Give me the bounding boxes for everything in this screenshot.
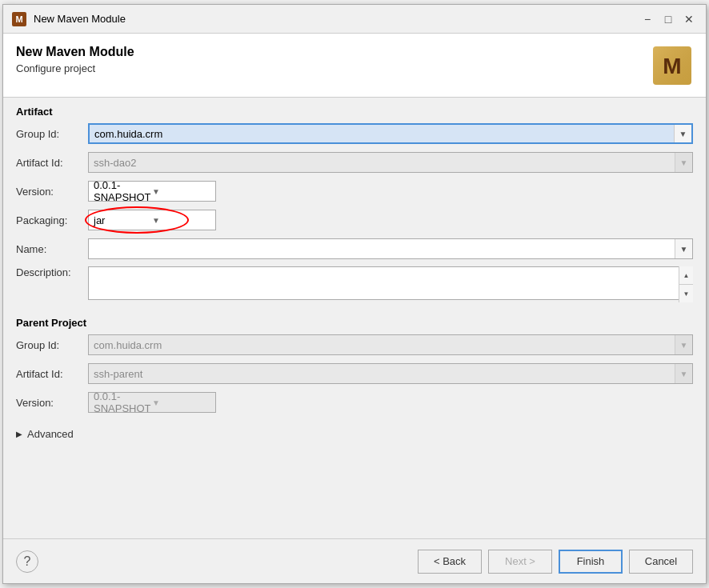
version-row: Version: 0.0.1-SNAPSHOT ▼ [16,180,693,202]
parent-group-id-input [89,335,675,354]
name-row: Name: ▼ [16,238,693,260]
advanced-toggle-icon: ▶ [16,430,22,438]
advanced-row[interactable]: ▶ Advanced [3,420,706,448]
main-content: Artifact Group Id: ▼ Artifact Id: [3,98,706,538]
artifact-id-label: Artifact Id: [16,157,88,169]
advanced-label: Advanced [27,428,74,440]
artifact-id-row: Artifact Id: ▼ [16,151,693,174]
maven-title-icon: M [11,11,27,27]
description-label: Description: [16,266,88,278]
next-button[interactable]: Next > [488,550,552,574]
packaging-wrapper: jar ▼ [88,210,693,230]
close-button[interactable]: ✕ [680,10,698,28]
packaging-dropdown-arrow[interactable]: ▼ [152,216,210,225]
maven-header-icon: M [651,45,693,86]
name-label: Name: [16,243,88,255]
packaging-control: jar ▼ [88,210,693,230]
artifact-id-control: ▼ [88,152,693,173]
minimize-button[interactable]: − [639,10,656,28]
packaging-row: Packaging: jar ▼ [16,209,693,231]
name-dropdown-arrow[interactable]: ▼ [675,239,692,258]
back-button[interactable]: < Back [418,550,482,574]
parent-group-id-arrow: ▼ [675,335,692,354]
finish-button[interactable]: Finish [559,550,623,574]
description-scroll-down[interactable]: ▼ [679,285,693,302]
group-id-label: Group Id: [16,128,88,140]
group-id-dropdown-arrow[interactable]: ▼ [674,125,691,142]
parent-group-id-control: ▼ [88,334,693,355]
group-id-control: ▼ [88,123,693,144]
parent-version-value: 0.0.1-SNAPSHOT [94,390,152,414]
maximize-button[interactable]: □ [659,10,677,28]
packaging-label: Packaging: [16,214,88,226]
description-control: ▲ ▼ [88,266,693,302]
parent-artifact-id-field: ▼ [88,363,693,384]
version-value: 0.0.1-SNAPSHOT [94,179,152,203]
help-button[interactable]: ? [16,550,38,573]
parent-group-id-label: Group Id: [16,339,88,351]
title-bar-controls: − □ ✕ [639,10,698,28]
description-scrollbar: ▲ ▼ [679,266,693,302]
parent-project-form: Group Id: ▼ Artifact Id: ▼ [3,334,706,414]
dialog-window: M New Maven Module − □ ✕ New Maven Modul… [2,4,707,584]
packaging-value: jar [94,214,152,226]
parent-version-label: Version: [16,397,88,409]
packaging-select[interactable]: jar ▼ [88,210,216,230]
artifact-id-dropdown-arrow: ▼ [675,153,692,172]
version-select[interactable]: 0.0.1-SNAPSHOT ▼ [88,181,216,202]
description-row: Description: ▲ ▼ [16,266,693,302]
name-control: ▼ [88,238,693,259]
artifact-id-input [89,153,675,172]
parent-group-id-field: ▼ [88,334,693,355]
parent-version-control: 0.0.1-SNAPSHOT ▼ [88,392,693,413]
parent-artifact-id-row: Artifact Id: ▼ [16,362,693,385]
parent-version-arrow: ▼ [152,398,210,407]
parent-version-select: 0.0.1-SNAPSHOT ▼ [88,392,216,413]
parent-artifact-id-arrow: ▼ [675,364,692,383]
dialog-title: New Maven Module [16,45,134,59]
version-label: Version: [16,186,88,198]
dialog-subtitle: Configure project [16,62,134,74]
cancel-button[interactable]: Cancel [629,550,693,574]
parent-artifact-id-control: ▼ [88,363,693,384]
title-bar-left: M New Maven Module [11,11,126,27]
name-input[interactable] [89,239,675,258]
description-textarea[interactable] [88,266,693,300]
parent-artifact-id-input [89,364,675,383]
artifact-id-field: ▼ [88,152,693,173]
artifact-section-header: Artifact [3,98,706,122]
artifact-form: Group Id: ▼ Artifact Id: ▼ [3,122,706,302]
title-bar-text: New Maven Module [34,13,126,25]
parent-project-section-header: Parent Project [3,309,706,334]
svg-text:M: M [663,54,681,78]
parent-artifact-id-label: Artifact Id: [16,368,88,380]
footer: ? < Back Next > Finish Cancel [3,538,706,583]
group-id-input[interactable] [90,125,674,142]
header-text: New Maven Module Configure project [16,45,134,74]
header-section: New Maven Module Configure project M [3,34,706,98]
title-bar: M New Maven Module − □ ✕ [3,5,706,34]
version-dropdown-arrow[interactable]: ▼ [152,187,210,196]
description-scroll-up[interactable]: ▲ [679,266,693,285]
parent-version-row: Version: 0.0.1-SNAPSHOT ▼ [16,391,693,414]
parent-group-id-row: Group Id: ▼ [16,334,693,356]
group-id-field[interactable]: ▼ [88,123,693,144]
version-control: 0.0.1-SNAPSHOT ▼ [88,181,693,202]
name-field[interactable]: ▼ [88,238,693,259]
svg-text:M: M [15,14,22,24]
footer-buttons: < Back Next > Finish Cancel [418,550,693,574]
group-id-row: Group Id: ▼ [16,122,693,145]
